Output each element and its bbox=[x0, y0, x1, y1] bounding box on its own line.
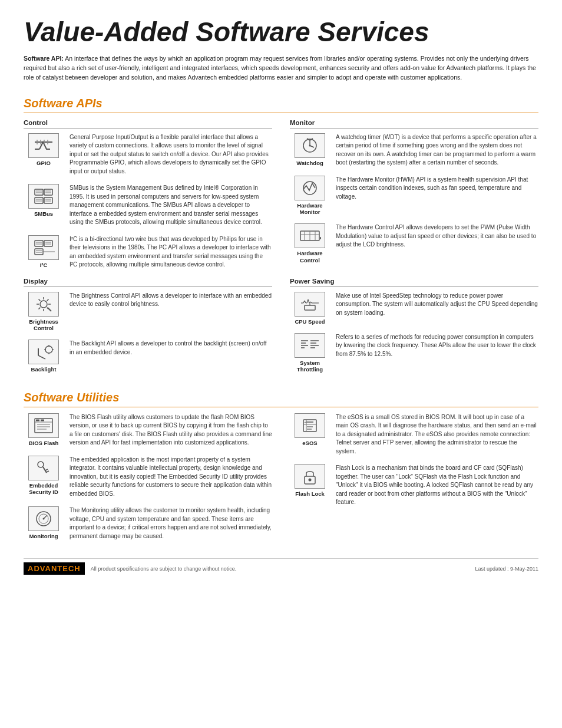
monitoring-label: Monitoring bbox=[29, 533, 58, 539]
hardware-monitor-icon bbox=[295, 176, 325, 200]
apis-two-col: Control bbox=[24, 119, 538, 278]
api-item-throttling: System Throttling Refers to a series of … bbox=[290, 333, 538, 373]
svg-point-85 bbox=[38, 462, 44, 467]
cpu-speed-icon bbox=[295, 292, 325, 317]
svg-rect-7 bbox=[44, 189, 52, 195]
hardware-monitor-svg bbox=[299, 179, 321, 197]
power-saving-label: Power Saving bbox=[290, 278, 538, 287]
i2c-desc: I²C is a bi-directional two wire bus tha… bbox=[70, 235, 272, 269]
api-item-brightness: Brightness Control The Brightness Contro… bbox=[24, 292, 272, 332]
cpu-speed-label: CPU Speed bbox=[295, 318, 325, 325]
i2c-svg bbox=[32, 238, 55, 257]
intro-paragraph: Software API: An interface that defines … bbox=[24, 54, 538, 82]
power-saving-col: Power Saving bbox=[290, 278, 538, 381]
utilities-left-col: BIOS Flash The BIOS Flash utility allows… bbox=[24, 413, 272, 549]
intro-label: Software API: bbox=[24, 55, 64, 62]
svg-rect-84 bbox=[41, 419, 44, 421]
bios-flash-svg bbox=[32, 416, 55, 435]
security-id-icon-wrap: Embedded Security ID bbox=[24, 456, 64, 496]
svg-rect-24 bbox=[35, 249, 43, 255]
software-apis-section: Software APIs Control bbox=[24, 97, 538, 381]
flash-lock-icon bbox=[295, 464, 325, 489]
watchdog-label: Watchdog bbox=[296, 160, 323, 166]
svg-line-50 bbox=[39, 307, 41, 309]
throttling-desc: Refers to a series of methods for reduci… bbox=[336, 333, 538, 359]
utilities-two-col: BIOS Flash The BIOS Flash utility allows… bbox=[24, 413, 538, 549]
api-item-hardware-control: Hardware Control The Hardware Control AP… bbox=[290, 223, 538, 263]
smbus-label: SMBus bbox=[34, 210, 53, 217]
display-label: Display bbox=[24, 278, 272, 287]
cpu-speed-svg bbox=[299, 295, 321, 314]
svg-rect-68 bbox=[305, 305, 315, 310]
brightness-desc: The Brightness Control API allows a deve… bbox=[70, 292, 272, 309]
i2c-icon bbox=[28, 235, 59, 260]
svg-line-47 bbox=[39, 299, 41, 301]
brightness-icon bbox=[28, 292, 59, 317]
i2c-label: I²C bbox=[40, 262, 48, 268]
svg-line-64 bbox=[308, 299, 309, 303]
smbus-icon-wrap: SMBus bbox=[24, 184, 64, 217]
gpio-svg bbox=[32, 136, 55, 155]
api-item-cpu-speed: CPU Speed Make use of Intel SpeedStep te… bbox=[290, 292, 538, 325]
svg-line-61 bbox=[305, 301, 306, 303]
smbus-icon bbox=[28, 184, 59, 209]
bios-flash-icon-wrap: BIOS Flash bbox=[24, 413, 64, 446]
api-item-esos: + eSOS The eSOS is a small OS stored in … bbox=[290, 413, 538, 456]
svg-point-92 bbox=[43, 518, 45, 520]
flash-lock-icon-wrap: Flash Lock bbox=[290, 464, 330, 497]
throttling-icon bbox=[295, 333, 325, 358]
watchdog-desc: A watchdog timer (WDT) is a device that … bbox=[336, 133, 538, 167]
svg-rect-12 bbox=[35, 197, 43, 203]
watchdog-svg bbox=[299, 136, 321, 155]
intro-text: An interface that defines the ways by wh… bbox=[24, 55, 536, 81]
api-item-flash-lock: Flash Lock Flash Lock is a mechanism tha… bbox=[290, 464, 538, 507]
hardware-monitor-desc: The Hardware Monitor (HWM) API is a syst… bbox=[336, 176, 538, 202]
smbus-svg bbox=[32, 187, 55, 206]
cpu-speed-desc: Make use of Intel SpeedStep technology t… bbox=[336, 292, 538, 318]
display-power-row: Display bbox=[24, 278, 538, 381]
backlight-svg bbox=[32, 342, 55, 361]
api-item-bios-flash: BIOS Flash The BIOS Flash utility allows… bbox=[24, 413, 272, 447]
monitoring-svg bbox=[32, 509, 55, 528]
throttling-icon-wrap: System Throttling bbox=[290, 333, 330, 373]
software-utilities-title: Software Utilities bbox=[24, 391, 538, 407]
hardware-monitor-label: Hardware Monitor bbox=[297, 202, 322, 216]
hardware-control-icon bbox=[295, 223, 325, 248]
smbus-desc: SMBus is the System Management Bus defin… bbox=[70, 184, 272, 227]
backlight-label: Backlight bbox=[31, 366, 57, 373]
svg-rect-19 bbox=[44, 241, 52, 246]
svg-line-49 bbox=[47, 299, 49, 301]
svg-point-101 bbox=[309, 479, 312, 482]
api-item-security-id: Embedded Security ID The embedded applic… bbox=[24, 456, 272, 499]
brightness-icon-wrap: Brightness Control bbox=[24, 292, 64, 332]
api-item-smbus: SMBus SMBus is the System Management Bus… bbox=[24, 184, 272, 227]
throttling-svg bbox=[299, 336, 321, 355]
monitoring-icon bbox=[28, 506, 59, 531]
svg-line-88 bbox=[47, 471, 49, 472]
backlight-icon bbox=[28, 340, 59, 364]
security-id-svg bbox=[32, 459, 55, 477]
svg-line-66 bbox=[310, 302, 312, 303]
api-item-hardware-monitor: Hardware Monitor The Hardware Monitor (H… bbox=[290, 176, 538, 216]
backlight-icon-wrap: Backlight bbox=[24, 340, 64, 373]
svg-line-87 bbox=[45, 469, 48, 470]
monitoring-desc: The Monitoring utility allows the custom… bbox=[70, 506, 272, 541]
footer-note: All product specifications are subject t… bbox=[91, 566, 237, 572]
api-item-backlight: Backlight The Backlight API allows a dev… bbox=[24, 340, 272, 373]
hardware-control-label: Hardware Control bbox=[297, 250, 322, 263]
svg-rect-18 bbox=[35, 241, 43, 246]
hardware-monitor-icon-wrap: Hardware Monitor bbox=[290, 176, 330, 216]
esos-desc: The eSOS is a small OS stored in BIOS RO… bbox=[336, 413, 538, 456]
bios-flash-desc: The BIOS Flash utility allows customers … bbox=[70, 413, 272, 447]
cpu-speed-icon-wrap: CPU Speed bbox=[290, 292, 330, 325]
svg-point-31 bbox=[309, 144, 311, 146]
monitor-label: Monitor bbox=[290, 119, 538, 129]
svg-point-42 bbox=[40, 301, 47, 308]
esos-svg: + bbox=[299, 416, 321, 435]
hardware-control-desc: The Hardware Control API allows develope… bbox=[336, 223, 538, 249]
software-apis-title: Software APIs bbox=[24, 97, 538, 113]
hardware-control-icon-wrap: Hardware Control bbox=[290, 223, 330, 263]
control-col: Control bbox=[24, 119, 272, 278]
watchdog-icon-wrap: Watchdog bbox=[290, 133, 330, 166]
logo-text: AD bbox=[28, 564, 40, 573]
